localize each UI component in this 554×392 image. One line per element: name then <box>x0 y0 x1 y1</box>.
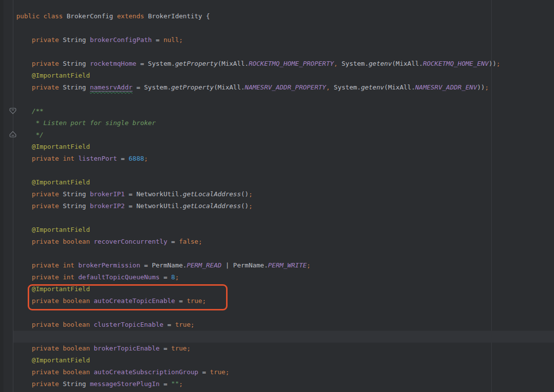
code-line[interactable]: private String rocketmqHome = System.get… <box>16 58 500 70</box>
code-line[interactable]: private String brokerIP1 = NetworkUtil.g… <box>16 188 500 200</box>
code-line[interactable] <box>16 212 500 224</box>
code-token-default: = PermName. <box>144 261 186 269</box>
editor-left-edge <box>0 0 3 392</box>
code-line[interactable]: private String namesrvAddr = System.getP… <box>16 82 500 93</box>
code-token-keyword: private int <box>16 155 78 162</box>
code-token-keyword: private boolean <box>16 297 94 305</box>
code-token-keyword: private <box>16 202 63 210</box>
code-token-default: = <box>179 297 187 305</box>
code-token-field-name: clusterTopicEnable <box>94 321 168 328</box>
code-token-default: String <box>63 202 90 210</box>
code-token-field-name: autoCreateTopicEnable <box>94 297 179 305</box>
code-token-keyword: ; <box>175 273 179 281</box>
code-token-default: () <box>241 190 249 198</box>
code-token-keyword: ; <box>485 84 489 91</box>
code-token-keyword: ; <box>198 238 202 245</box>
code-token-static-method-italic: getLocalAddress <box>183 202 241 210</box>
code-token-string: "" <box>171 380 179 388</box>
code-token-default: | PermName. <box>222 261 268 269</box>
code-line[interactable]: @ImportantField <box>16 141 500 153</box>
code-line[interactable]: private int defaultTopicQueueNums = 8; <box>16 271 500 283</box>
code-line[interactable]: @ImportantField <box>16 176 500 188</box>
code-token-keyword: ; <box>186 345 190 352</box>
code-token-keyword: ; <box>497 60 501 67</box>
code-token-keyword: private <box>16 84 63 91</box>
code-line[interactable] <box>16 165 500 176</box>
code-line[interactable]: /** <box>16 105 500 117</box>
code-token-field-name: rocketmqHome <box>90 60 140 67</box>
code-token-annotation: @ImportantField <box>16 143 90 150</box>
code-line[interactable]: private String messageStorePlugIn = ""; <box>16 378 500 390</box>
code-line[interactable]: public class BrokerConfig extends Broker… <box>16 10 500 22</box>
code-token-field-name: messageStorePlugIn <box>90 380 164 388</box>
code-token-default: = <box>171 238 179 245</box>
code-token-keyword: private int <box>16 273 78 281</box>
code-line[interactable]: private boolean autoCreateSubscriptionGr… <box>16 366 500 378</box>
code-token-keyword: true <box>186 297 202 305</box>
code-token-annotation: @ImportantField <box>16 285 90 293</box>
code-token-default: System. <box>338 60 369 67</box>
code-token-default: (MixAll. <box>214 84 245 91</box>
code-line[interactable] <box>16 331 500 343</box>
code-token-field-name: brokerIP2 <box>90 202 129 210</box>
code-token-keyword: true <box>210 368 225 376</box>
code-line[interactable]: private String brokerConfigPath = null; <box>16 34 500 46</box>
code-token-keyword: ; <box>202 297 206 305</box>
code-line[interactable] <box>16 46 500 58</box>
code-token-keyword: extends <box>117 12 148 20</box>
code-line[interactable]: @ImportantField <box>16 354 500 366</box>
code-editor[interactable]: public class BrokerConfig extends Broker… <box>0 0 554 392</box>
code-line[interactable]: private String brokerIP2 = NetworkUtil.g… <box>16 200 500 212</box>
code-line[interactable]: private boolean brokerTopicEnable = true… <box>16 343 500 354</box>
code-line[interactable]: private int brokerPermission = PermName.… <box>16 260 500 271</box>
code-token-default: String <box>63 36 90 44</box>
code-token-doc-comment: */ <box>16 131 44 138</box>
code-line[interactable]: private boolean autoCreateTopicEnable = … <box>16 295 500 307</box>
code-token-keyword: private <box>16 36 63 44</box>
code-token-keyword: ; <box>179 36 183 44</box>
code-line[interactable]: * Listen port for single broker <box>16 117 500 129</box>
code-token-keyword: private <box>16 190 63 198</box>
fold-region-end-icon[interactable] <box>9 131 16 137</box>
code-token-keyword: ; <box>179 380 183 388</box>
code-token-keyword: ; <box>249 190 253 198</box>
code-token-annotation: @ImportantField <box>16 356 90 364</box>
code-line[interactable] <box>16 93 500 105</box>
code-token-keyword: ; <box>226 368 230 376</box>
code-token-default: = <box>163 380 171 388</box>
code-token-static-method-italic: getenv <box>369 60 392 67</box>
code-line[interactable]: @ImportantField <box>16 283 500 295</box>
code-token-keyword: private int <box>16 261 78 269</box>
code-token-keyword: ; <box>190 321 194 328</box>
code-token-static-method-italic: getProperty <box>175 60 218 67</box>
code-line[interactable] <box>16 248 500 260</box>
code-token-keyword: private boolean <box>16 238 94 245</box>
code-line[interactable]: @ImportantField <box>16 224 500 236</box>
fold-region-start-icon[interactable] <box>9 108 16 114</box>
code-token-field-name: recoverConcurrently <box>94 238 172 245</box>
code-line[interactable]: private boolean clusterTopicEnable = tru… <box>16 319 500 331</box>
code-token-default: )) <box>477 84 485 91</box>
code-line[interactable]: private int listenPort = 6888; <box>16 153 500 165</box>
code-token-field-name-typo-underline: namesrvAddr <box>90 84 133 91</box>
code-lines[interactable]: public class BrokerConfig extends Broker… <box>16 10 500 390</box>
code-token-keyword: private boolean <box>16 368 94 376</box>
code-token-default: (MixAll. <box>384 84 416 91</box>
code-token-number: 8 <box>171 273 175 281</box>
code-token-constant-italic: ROCKETMQ_HOME_ENV <box>423 60 489 67</box>
code-line[interactable] <box>16 22 500 34</box>
code-token-field-name: listenPort <box>78 155 121 162</box>
code-line[interactable]: private boolean recoverConcurrently = fa… <box>16 236 500 248</box>
code-line[interactable]: */ <box>16 129 500 141</box>
code-token-keyword: ; <box>249 202 253 210</box>
code-token-doc-comment: /** <box>16 107 44 115</box>
code-token-keyword: private boolean <box>16 321 94 328</box>
code-token-keyword: private <box>16 380 63 388</box>
code-line[interactable]: @ImportantField <box>16 70 500 82</box>
code-token-default: String <box>63 60 90 67</box>
code-token-static-method-italic: getenv <box>361 84 384 91</box>
code-token-keyword: public class <box>16 12 67 20</box>
code-token-annotation: @ImportantField <box>16 178 90 186</box>
code-token-default: BrokerConfig <box>67 12 117 20</box>
code-line[interactable] <box>16 307 500 319</box>
